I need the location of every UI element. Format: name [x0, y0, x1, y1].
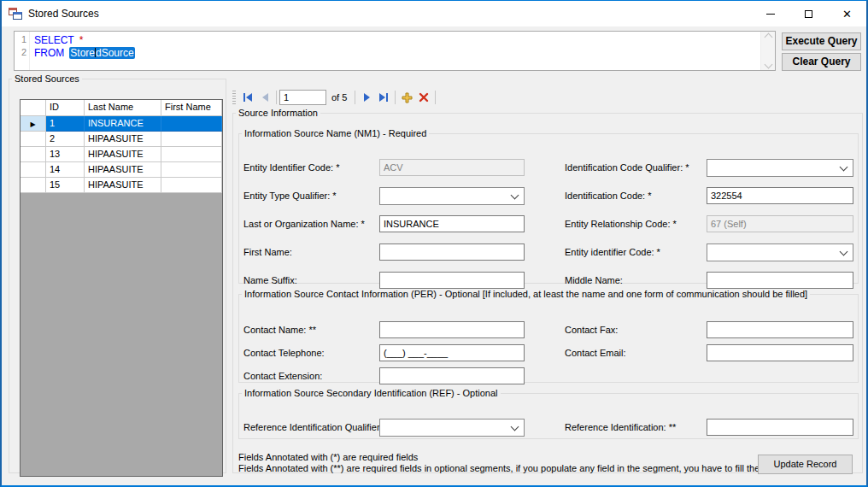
cell-last-name[interactable]: HIPAASUITE [85, 132, 161, 147]
reference-identification-qualifier-select[interactable] [379, 419, 525, 437]
record-count-label: of 5 [331, 92, 347, 103]
close-icon: ✕ [842, 9, 852, 20]
column-header-last-name[interactable]: Last Name [85, 100, 161, 116]
sql-line-2: FROMStoredSource [34, 47, 760, 60]
entity-relationship-code-field [707, 215, 853, 232]
move-first-button[interactable] [239, 89, 256, 106]
contact-name-field[interactable] [379, 321, 525, 338]
stored-sources-table[interactable]: ID Last Name First Name ▶ 1 INSURANCE 2 … [20, 99, 223, 477]
column-header-id[interactable]: ID [46, 100, 85, 116]
cell-last-name[interactable]: HIPAASUITE [85, 178, 161, 193]
sql-query-editor[interactable]: 1 2 SELECT* FROMStoredSource [14, 31, 776, 71]
row-header-cell[interactable] [21, 132, 46, 147]
minimize-button[interactable] [751, 1, 789, 26]
contact-fax-field[interactable] [707, 321, 853, 338]
entity-identifier-code-2-select[interactable] [707, 244, 853, 261]
cell-id[interactable]: 15 [46, 178, 85, 193]
identification-code-qualifier-label: Identification Code Qualifier: * [565, 162, 689, 173]
sql-code[interactable]: SELECT* FROMStoredSource [30, 32, 760, 70]
contact-email-field[interactable] [707, 344, 853, 361]
cell-last-name[interactable]: HIPAASUITE [85, 147, 161, 162]
cell-id[interactable]: 1 [46, 116, 85, 132]
maximize-icon [805, 10, 812, 18]
move-last-icon [378, 93, 389, 102]
first-name-label: First Name: [243, 247, 292, 257]
app-icon [9, 7, 22, 21]
cell-id[interactable]: 13 [46, 147, 85, 162]
chevron-down-icon [840, 163, 848, 172]
sql-star-operator: * [79, 34, 84, 46]
selected-text-before-caret: Store [70, 47, 95, 59]
client-area: 1 2 SELECT* FROMStoredSource Execute Que… [2, 26, 866, 485]
column-header-first-name[interactable]: First Name [161, 100, 222, 116]
cell-first-name[interactable] [161, 132, 222, 147]
contact-extension-label: Contact Extension: [243, 371, 322, 381]
toolbar-grip[interactable] [232, 91, 236, 104]
line-number: 2 [15, 47, 29, 60]
cell-last-name[interactable]: INSURANCE [85, 116, 161, 132]
contact-telephone-label: Contact Telephone: [243, 348, 325, 358]
record-navigator-toolbar: of 5 [232, 88, 438, 107]
cell-first-name[interactable] [161, 147, 222, 162]
contact-name-label: Contact Name: ** [243, 325, 316, 335]
move-last-button[interactable] [375, 89, 392, 106]
cell-id[interactable]: 2 [46, 132, 85, 147]
cell-first-name[interactable] [161, 162, 222, 178]
add-new-record-button[interactable] [398, 89, 415, 106]
entity-identifier-code-label: Entity Identifier Code: * [243, 162, 340, 173]
row-header-cell[interactable] [21, 162, 46, 178]
cell-first-name[interactable] [161, 178, 222, 193]
query-scrollbar[interactable] [760, 32, 775, 70]
title-bar: Stored Sources ✕ [2, 1, 866, 26]
cell-first-name[interactable] [161, 116, 222, 132]
contact-extension-field[interactable] [379, 367, 525, 384]
move-previous-icon [261, 93, 269, 102]
maximize-button[interactable] [789, 1, 828, 26]
entity-type-qualifier-select[interactable] [379, 187, 525, 205]
selected-text-after-caret: dSource [96, 47, 134, 59]
required-fields-note-1: Fields Annotated with (*) are required f… [238, 452, 786, 463]
delete-record-button[interactable] [415, 89, 432, 106]
first-name-field[interactable] [379, 244, 525, 261]
contact-telephone-field[interactable] [379, 344, 525, 361]
line-number-gutter: 1 2 [15, 32, 30, 70]
execute-query-button[interactable]: Execute Query [782, 32, 861, 50]
row-header-cell[interactable] [21, 147, 46, 162]
table-row[interactable]: ▶ 1 INSURANCE [21, 116, 222, 132]
table-row[interactable]: 2 HIPAASUITE [21, 132, 222, 147]
update-record-button[interactable]: Update Record [758, 455, 853, 474]
cell-id[interactable]: 14 [46, 162, 85, 178]
table-row[interactable]: 15 HIPAASUITE [21, 178, 222, 193]
identification-code-field[interactable] [707, 187, 853, 204]
row-header-cell[interactable] [21, 178, 46, 193]
last-or-organization-name-field[interactable] [379, 215, 525, 232]
sql-keyword: SELECT [34, 34, 74, 46]
move-next-icon [363, 93, 371, 102]
reference-identification-label: Reference Identification: ** [565, 422, 676, 432]
stored-sources-window: Stored Sources ✕ 1 2 SELECT* FROMStoredS… [0, 0, 868, 487]
reference-identification-field[interactable] [707, 419, 853, 436]
source-information-group: Source Information Information Source Na… [232, 108, 863, 473]
scroll-up-icon[interactable] [764, 33, 772, 42]
stored-sources-group-label: Stored Sources [12, 73, 82, 84]
entity-identifier-code-2-label: Entity identifier Code: * [565, 247, 660, 257]
scroll-down-icon[interactable] [764, 61, 772, 69]
row-header-corner[interactable] [21, 100, 46, 116]
middle-name-field[interactable] [707, 272, 853, 289]
row-header-cell[interactable]: ▶ [21, 116, 46, 132]
name-suffix-field[interactable] [379, 272, 525, 289]
cell-last-name[interactable]: HIPAASUITE [85, 162, 161, 178]
chevron-down-icon [840, 248, 848, 256]
clear-query-button[interactable]: Clear Query [782, 53, 861, 71]
close-button[interactable]: ✕ [828, 1, 866, 26]
record-position-input[interactable] [279, 90, 326, 105]
move-previous-button[interactable] [256, 89, 273, 106]
identification-code-label: Identification Code: * [565, 191, 652, 201]
source-information-group-label: Source Information [236, 108, 320, 118]
middle-name-label: Middle Name: [565, 275, 623, 285]
identification-code-qualifier-select[interactable] [707, 159, 853, 177]
table-row[interactable]: 14 HIPAASUITE [21, 162, 222, 178]
move-next-button[interactable] [358, 89, 375, 106]
table-row[interactable]: 13 HIPAASUITE [21, 147, 222, 162]
delete-x-icon [419, 92, 429, 103]
